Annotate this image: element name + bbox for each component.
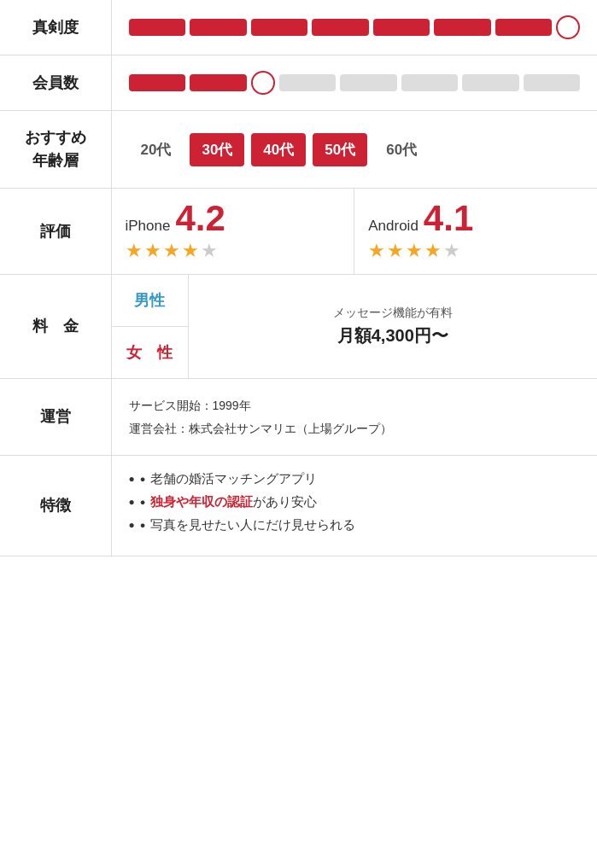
mseg4 [340,74,397,91]
feature-item-2: ● 独身や年収の認証があり安心 [129,494,581,510]
android-rating: Android 4.1 ★ ★ ★ ★ ★ [354,189,597,274]
android-star-3: ★ [406,240,423,262]
seriousness-content [111,0,597,55]
seg4 [312,19,369,36]
members-row: 会員数 [0,55,597,111]
features-label: 特徴 [0,456,111,556]
pricing-note: メッセージ機能が有料 [333,306,453,321]
features-content: ● 老舗の婚活マッチングアプリ ● 独身や年収の認証があり安心 ● 写真を見せた… [111,456,597,556]
seg1 [129,19,186,36]
iphone-score: 4.2 [175,201,225,236]
members-content [111,55,597,111]
android-star-4: ★ [424,240,442,262]
seriousness-row: 真剣度 [0,0,597,55]
seg3 [251,19,308,36]
seg2 [190,19,247,36]
android-star-5: ★ [443,240,460,262]
android-stars: ★ ★ ★ ★ ★ [368,240,583,262]
feature-bullet-3: ● [140,520,146,530]
android-star-1: ★ [368,240,385,262]
iphone-star-1: ★ [126,240,143,262]
iphone-star-5: ★ [201,240,218,262]
pricing-detail: メッセージ機能が有料 月額4,300円〜 [189,275,598,378]
rating-content: iPhone 4.2 ★ ★ ★ ★ ★ Android 4.1 [111,189,597,275]
seg5 [373,19,430,36]
seg7 [495,19,553,36]
iphone-rating: iPhone 4.2 ★ ★ ★ ★ ★ [112,189,354,274]
age-group-20s: 20代 [129,133,184,166]
members-slider [129,71,581,95]
feature-text-3: 写真を見せたい人にだけ見せられる [150,517,355,533]
android-rating-top: Android 4.1 [368,201,583,236]
iphone-rating-top: iPhone 4.2 [126,201,341,236]
mseg1 [129,74,186,91]
iphone-stars: ★ ★ ★ ★ ★ [126,240,341,262]
age-groups: 20代 30代 40代 50代 60代 [129,133,581,166]
age-group-50s: 50代 [313,133,367,166]
mseg6 [462,74,519,91]
android-platform: Android [368,218,418,235]
android-star-2: ★ [387,240,404,262]
iphone-star-2: ★ [144,240,161,262]
pricing-row: 料 金 男性 女 性 メッセージ機能が有料 月額4,300円〜 [0,275,597,379]
android-score: 4.1 [424,201,473,236]
rating-row: 評価 iPhone 4.2 ★ ★ ★ ★ ★ [0,189,597,275]
age-row: おすすめ年齢層 20代 30代 40代 50代 60代 [0,111,597,189]
age-group-40s: 40代 [251,133,306,166]
operations-line2: 運営会社：株式会社サンマリエ（上場グループ） [129,417,581,440]
seg6 [434,19,491,36]
mseg2 [190,74,247,91]
age-label: おすすめ年齢層 [0,111,111,189]
feature-text-2: 独身や年収の認証があり安心 [150,494,317,510]
rating-wrapper: iPhone 4.2 ★ ★ ★ ★ ★ Android 4.1 [112,189,598,274]
seriousness-label: 真剣度 [0,0,111,55]
members-label: 会員数 [0,55,111,111]
operations-content: サービス開始：1999年 運営会社：株式会社サンマリエ（上場グループ） [111,379,597,456]
pricing-label: 料 金 [0,275,111,379]
pricing-content: 男性 女 性 メッセージ機能が有料 月額4,300円〜 [111,275,597,379]
features-list: ● 老舗の婚活マッチングアプリ ● 独身や年収の認証があり安心 ● 写真を見せた… [129,471,581,533]
feature-highlight: 独身や年収の認証 [150,494,253,509]
operations-row: 運営 サービス開始：1999年 運営会社：株式会社サンマリエ（上場グループ） [0,379,597,456]
iphone-star-4: ★ [182,240,199,262]
mseg5 [401,74,459,91]
feature-item-3: ● 写真を見せたい人にだけ見せられる [129,517,581,533]
pricing-gender-col: 男性 女 性 [112,275,189,378]
operations-line1: サービス開始：1999年 [129,394,581,417]
age-group-30s: 30代 [190,133,244,166]
male-gender: 男性 [112,275,188,326]
mseg3 [279,74,337,91]
pricing-wrapper: 男性 女 性 メッセージ機能が有料 月額4,300円〜 [112,275,598,378]
age-group-60s: 60代 [374,133,429,166]
iphone-star-3: ★ [163,240,180,262]
slider-dot-members [251,71,275,95]
slider-dot-seriousness [556,15,580,39]
iphone-platform: iPhone [126,218,171,235]
feature-bullet-2: ● [140,497,146,507]
rating-label: 評価 [0,189,111,275]
female-gender: 女 性 [112,327,188,378]
feature-text-1: 老舗の婚活マッチングアプリ [150,471,317,487]
features-row: 特徴 ● 老舗の婚活マッチングアプリ ● 独身や年収の認証があり安心 ● 写真を… [0,456,597,556]
feature-bullet-1: ● [140,474,146,484]
age-content: 20代 30代 40代 50代 60代 [111,111,597,189]
seriousness-slider [129,15,581,39]
pricing-amount: 月額4,300円〜 [337,324,448,347]
mseg7 [524,74,581,91]
operations-label: 運営 [0,379,111,456]
feature-item-1: ● 老舗の婚活マッチングアプリ [129,471,581,487]
